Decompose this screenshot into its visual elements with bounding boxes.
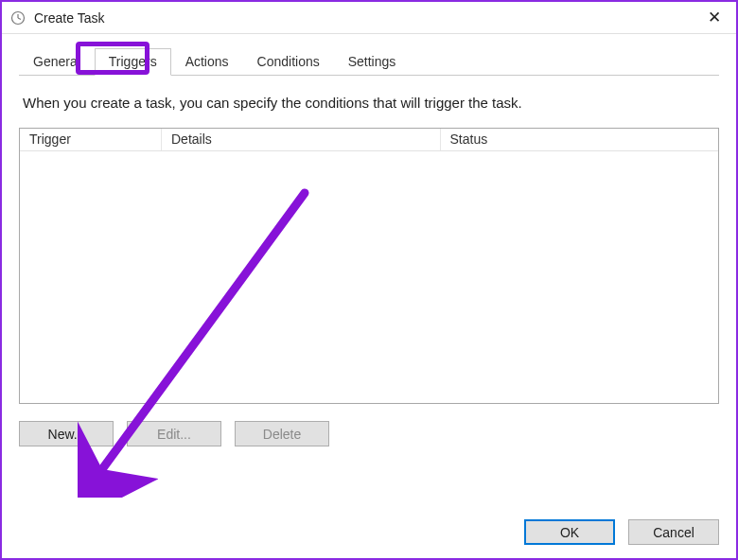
ok-button[interactable]: OK [524, 519, 615, 545]
triggers-table: Trigger Details Status [19, 128, 719, 404]
dialog-content: General Triggers Actions Conditions Sett… [2, 34, 736, 458]
column-header-trigger[interactable]: Trigger [20, 129, 162, 150]
tab-description: When you create a task, you can specify … [23, 95, 715, 111]
tab-actions[interactable]: Actions [171, 48, 243, 75]
svg-line-2 [18, 18, 21, 20]
column-header-status[interactable]: Status [441, 129, 719, 150]
dialog-footer: OK Cancel [524, 519, 719, 545]
cancel-button[interactable]: Cancel [628, 519, 719, 545]
delete-button[interactable]: Delete [235, 421, 329, 446]
window-title: Create Task [34, 10, 104, 26]
tab-settings[interactable]: Settings [334, 48, 411, 75]
new-button[interactable]: New... [19, 421, 114, 446]
tabstrip: General Triggers Actions Conditions Sett… [19, 47, 719, 76]
clock-icon [9, 9, 26, 26]
close-icon: ✕ [708, 8, 721, 27]
table-body[interactable] [20, 151, 718, 403]
titlebar: Create Task ✕ [2, 2, 736, 34]
trigger-button-row: New... Edit... Delete [19, 421, 719, 446]
tab-conditions[interactable]: Conditions [243, 48, 334, 75]
close-button[interactable]: ✕ [693, 2, 736, 34]
table-header: Trigger Details Status [20, 129, 718, 151]
edit-button[interactable]: Edit... [127, 421, 221, 446]
tab-general[interactable]: General [19, 48, 95, 75]
column-header-details[interactable]: Details [162, 129, 441, 150]
tab-triggers[interactable]: Triggers [95, 48, 171, 76]
